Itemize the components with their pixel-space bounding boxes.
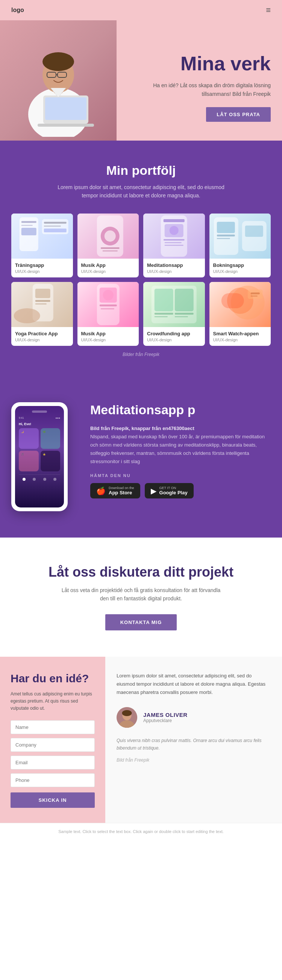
portfolio-card-info-2: Musik App UI/UX-design: [78, 259, 139, 277]
phone-nav-dot-3: [43, 478, 46, 481]
portfolio-card-name-8: Smart Watch-appen: [213, 331, 267, 336]
testimonial-panel: Lorem ipsum dolor sit amet, consectetur …: [105, 657, 282, 823]
company-input[interactable]: [11, 738, 95, 752]
svg-rect-45: [100, 308, 114, 309]
portfolio-card-5[interactable]: Yoga Practice App UI/UX-design: [11, 282, 73, 346]
store-buttons: 🍎 Download on the App Store ▶ GET IT ON …: [90, 483, 271, 498]
svg-point-43: [103, 290, 113, 300]
portfolio-card-8[interactable]: Smart Watch-appen UI/UX-design: [209, 282, 271, 346]
portfolio-card-image-1: [11, 213, 73, 259]
svg-point-3: [43, 52, 74, 71]
meditation-content: Meditationsapp p Bild från Freepik, knap…: [90, 402, 271, 498]
svg-rect-52: [175, 316, 188, 317]
portfolio-grid-row1: Träningsapp UI/UX-design Musik App UI/UX…: [11, 213, 271, 277]
portfolio-card-name-5: Yoga Practice App: [15, 331, 69, 336]
portfolio-card-category-1: UI/UX-design: [15, 269, 69, 274]
phone-card-3: 🎵: [19, 451, 39, 471]
svg-rect-28: [165, 242, 182, 243]
svg-point-26: [170, 226, 178, 235]
portfolio-card-image-5: [11, 282, 73, 327]
portfolio-card-category-5: UI/UX-design: [15, 337, 69, 342]
testimonial-quote: Quis viverra nibh cras pulvinar mattis. …: [116, 737, 271, 752]
svg-rect-34: [217, 238, 230, 239]
fetch-label: HÄMTA DEN NU: [90, 473, 271, 478]
phone-signal: ●●●: [55, 417, 60, 419]
portfolio-card-image-2: [78, 213, 139, 259]
hero-cta-button[interactable]: LÅT OSS PRATA: [206, 107, 271, 122]
svg-rect-15: [44, 222, 67, 224]
svg-rect-11: [21, 221, 37, 223]
portfolio-card-info-4: Bokningsapp UI/UX-design: [209, 259, 271, 277]
app-store-sub: Download on the: [109, 486, 134, 490]
svg-rect-29: [165, 245, 183, 246]
svg-rect-17: [44, 229, 67, 232]
google-play-sub: GET IT ON: [159, 486, 188, 490]
portfolio-card-6[interactable]: Musik App UI/UX-design: [78, 282, 139, 346]
portfolio-card-1[interactable]: Träningsapp UI/UX-design: [11, 213, 73, 277]
meditation-title: Meditationsapp p: [90, 402, 271, 418]
discuss-title: Låt oss diskutera ditt projekt: [11, 564, 271, 580]
portfolio-subtitle: Lorem ipsum dolor sit amet, consectetur …: [54, 183, 228, 200]
svg-rect-37: [35, 289, 50, 298]
svg-rect-48: [175, 289, 194, 311]
phone-card-4: ⭐: [41, 451, 61, 471]
portfolio-card-name-7: Crowdfunding app: [147, 331, 201, 336]
portfolio-grid-row2: Yoga Practice App UI/UX-design Musik App…: [11, 282, 271, 346]
svg-rect-27: [164, 239, 185, 240]
credits-text: Bilder från Freepik: [123, 352, 159, 357]
app-store-label: App Store: [109, 490, 134, 495]
phone-input[interactable]: [11, 773, 95, 787]
contact-panel: Har du en idé? Amet tellus cus adipiscin…: [0, 657, 105, 823]
svg-rect-8: [45, 97, 86, 120]
portfolio-card-info-1: Träningsapp UI/UX-design: [11, 259, 73, 277]
portfolio-card-name-6: Musik App: [81, 331, 135, 336]
portfolio-card-info-7: Crowdfunding app UI/UX-design: [143, 327, 205, 346]
svg-rect-33: [217, 235, 235, 237]
svg-rect-51: [155, 316, 168, 317]
app-store-button[interactable]: 🍎 Download on the App Store: [90, 483, 140, 498]
meditation-description: Bild från Freepik, knappar från en476300…: [90, 425, 271, 466]
svg-rect-12: [21, 225, 33, 226]
contact-title: Har du en idé?: [11, 672, 95, 685]
portfolio-card-7[interactable]: Crowdfunding app UI/UX-design: [143, 282, 205, 346]
hamburger-menu[interactable]: ≡: [266, 5, 271, 15]
google-play-button[interactable]: ▶ GET IT ON Google Play: [145, 483, 194, 498]
portfolio-card-name-3: Meditationsapp: [147, 262, 201, 268]
meditation-section: 9:41 ●●● Hi, Eve! 🌙 🌿 🎵 ⭐: [0, 380, 282, 538]
portfolio-card-info-6: Musik App UI/UX-design: [78, 327, 139, 346]
svg-rect-57: [250, 293, 260, 294]
portfolio-card-3[interactable]: Meditationsapp UI/UX-design: [143, 213, 205, 277]
portfolio-card-category-3: UI/UX-design: [147, 269, 201, 274]
svg-rect-13: [21, 228, 37, 235]
svg-rect-47: [155, 289, 173, 311]
portfolio-card-4[interactable]: Bokningsapp UI/UX-design: [209, 213, 271, 277]
portfolio-card-2[interactable]: Musik App UI/UX-design: [78, 213, 139, 277]
discuss-cta-button[interactable]: KONTAKTA MIG: [105, 614, 177, 630]
svg-rect-38: [35, 300, 50, 302]
svg-rect-9: [38, 124, 94, 127]
svg-rect-50: [175, 313, 194, 315]
phone-greeting: Hi, Eve!: [19, 422, 60, 426]
svg-point-40: [14, 308, 40, 323]
portfolio-card-image-6: [78, 282, 139, 327]
phone-time: 9:41: [19, 417, 24, 419]
logo: logo: [11, 7, 24, 14]
portfolio-card-image-7: [143, 282, 205, 327]
phone-nav-dot-1: [22, 478, 25, 481]
footer-text: Sample text. Click to select the text bo…: [11, 829, 271, 834]
portfolio-card-name-4: Bokningsapp: [213, 262, 267, 268]
hero-section: Mina verk Ha en idé? Låt oss skapa din d…: [0, 20, 282, 141]
hero-subtitle: Ha en idé? Låt oss skapa din dröm digita…: [128, 81, 271, 98]
contact-description: Amet tellus cus adipiscing enim eu turpi…: [11, 690, 95, 712]
testimonial-text: Lorem ipsum dolor sit amet, consectetur …: [116, 672, 271, 697]
submit-button[interactable]: SKICKA IN: [11, 792, 95, 808]
hero-content: Mina verk Ha en idé? Låt oss skapa din d…: [116, 38, 282, 141]
svg-rect-35: [245, 226, 263, 237]
portfolio-card-info-5: Yoga Practice App UI/UX-design: [11, 327, 73, 346]
svg-rect-39: [35, 303, 47, 304]
portfolio-section: Min portfölj Lorem ipsum dolor sit amet,…: [0, 141, 282, 380]
email-input[interactable]: [11, 756, 95, 770]
name-input[interactable]: [11, 720, 95, 734]
portfolio-card-name-1: Träningsapp: [15, 262, 69, 268]
portfolio-card-image-3: [143, 213, 205, 259]
